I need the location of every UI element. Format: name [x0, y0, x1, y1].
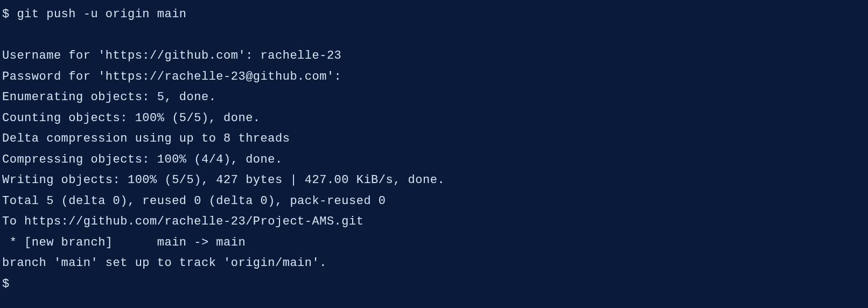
writing-line: Writing objects: 100% (5/5), 427 bytes |…	[0, 170, 868, 191]
prompt-symbol: $	[2, 277, 10, 291]
password-prompt-line: Password for 'https://rachelle-23@github…	[0, 67, 868, 88]
delta-compression-line: Delta compression using up to 8 threads	[0, 129, 868, 150]
enumerating-line: Enumerating objects: 5, done.	[0, 87, 868, 108]
username-prompt-line: Username for 'https://github.com': rache…	[0, 46, 868, 67]
new-branch-line: * [new branch] main -> main	[0, 233, 868, 254]
total-line: Total 5 (delta 0), reused 0 (delta 0), p…	[0, 191, 868, 212]
counting-line: Counting objects: 100% (5/5), done.	[0, 108, 868, 129]
blank-line	[0, 25, 868, 46]
command-line[interactable]: $ git push -u origin main	[0, 4, 868, 25]
tracking-line: branch 'main' set up to track 'origin/ma…	[0, 253, 868, 274]
command-text: git push -u origin main	[17, 8, 186, 21]
final-prompt-line[interactable]: $	[0, 274, 868, 295]
compressing-line: Compressing objects: 100% (4/4), done.	[0, 150, 868, 171]
prompt-symbol: $	[2, 8, 10, 21]
to-remote-line: To https://github.com/rachelle-23/Projec…	[0, 212, 868, 233]
